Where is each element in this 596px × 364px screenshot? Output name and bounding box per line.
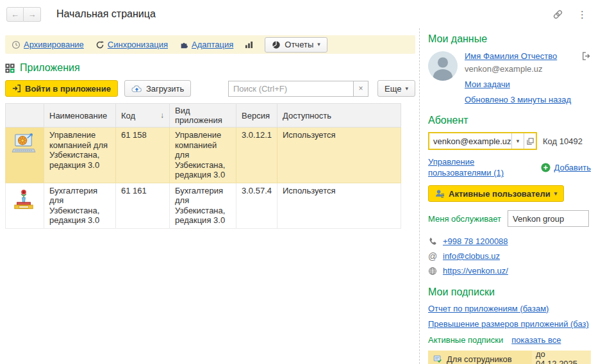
forward-button[interactable]: → xyxy=(24,7,41,22)
puzzle-icon xyxy=(179,40,188,49)
contacts-block: +998 78 1200088 @ info@clobus.uz https:/… xyxy=(428,234,591,278)
enter-app-button[interactable]: Войти в приложение xyxy=(5,80,118,97)
page-title: Начальная страница xyxy=(56,8,156,20)
apps-section-header: Приложения xyxy=(5,60,415,76)
sync-link[interactable]: Синхронизация xyxy=(108,40,168,49)
login-icon xyxy=(12,84,21,93)
back-button[interactable]: ← xyxy=(6,7,24,22)
code-header-label: Код xyxy=(121,111,135,120)
app-cell-availability: Используется xyxy=(277,183,401,228)
app-cell-code: 61 161 xyxy=(116,183,170,228)
main-area: Архивирование Синхронизация Адаптация xyxy=(0,28,596,364)
size-report-link[interactable]: Превышение размеров приложений (баз) xyxy=(428,319,591,329)
accounting-app-icon xyxy=(11,188,38,210)
subscriptions-title: Мои подписки xyxy=(428,286,591,298)
content-area: Архивирование Синхронизация Адаптация xyxy=(0,28,415,364)
grid-icon xyxy=(5,63,15,73)
document-check-icon xyxy=(433,354,442,363)
subscriber-title: Абонент xyxy=(428,115,591,126)
subscription-name-cell: Для сотрудников xyxy=(428,351,532,364)
profile-block: Имя Фамилия Отчество venkon@example.uz М… xyxy=(428,51,591,104)
globe-icon xyxy=(428,267,437,276)
sync-action: Синхронизация xyxy=(95,40,168,49)
logout-icon[interactable] xyxy=(581,51,591,104)
subscriber-combo-value: venkon@example.uz xyxy=(429,133,511,149)
download-button[interactable]: Загрузить xyxy=(124,80,191,97)
more-menu-icon[interactable]: ⋮ xyxy=(577,10,587,19)
table-row[interactable]: Бухгалтерия для Узбекистана, редакция 3.… xyxy=(6,183,401,228)
subscriptions-list: Для сотрудников до 04.12.2025 xyxy=(428,351,591,364)
pie-chart-icon xyxy=(272,40,281,49)
serviced-by-label: Меня обслуживает xyxy=(428,214,501,224)
support-email-link[interactable]: info@clobus.uz xyxy=(443,251,500,261)
updated-link[interactable]: Обновлено 3 минуты назад xyxy=(465,95,579,104)
serviced-by-row: Меня обслуживает xyxy=(428,210,591,227)
bar-chart-icon[interactable] xyxy=(245,40,253,49)
manage-users-link[interactable]: Управление пользователями (1) xyxy=(428,156,526,178)
service-toolbar: Архивирование Синхронизация Адаптация xyxy=(5,35,415,54)
more-actions-button[interactable]: Еще ▾ xyxy=(377,80,415,97)
phone-row: +998 78 1200088 xyxy=(428,234,591,249)
chevron-down-icon: ▾ xyxy=(405,86,408,92)
subscriber-links-row: Управление пользователями (1) Добавить xyxy=(428,156,591,178)
add-group: Добавить xyxy=(541,156,591,178)
search-input[interactable] xyxy=(228,81,354,97)
show-all-link[interactable]: показать все xyxy=(511,335,561,345)
combo-open-icon[interactable] xyxy=(524,133,536,149)
serviced-by-field[interactable] xyxy=(508,210,589,227)
column-header-kind[interactable]: Вид приложения xyxy=(170,104,236,128)
sidebar: Мои данные Имя Фамилия Отчество venkon@e… xyxy=(428,28,591,364)
profile-info: Имя Фамилия Отчество venkon@example.uz М… xyxy=(465,51,579,104)
active-users-button[interactable]: Активные пользователи ▾ xyxy=(428,185,564,202)
refresh-icon xyxy=(95,40,104,49)
my-data-title: Мои данные xyxy=(428,33,591,45)
website-link[interactable]: https://venkon.uz/ xyxy=(443,266,508,276)
combo-dropdown-icon[interactable]: ▾ xyxy=(511,133,524,149)
topbar-actions: ⋮ xyxy=(552,9,587,20)
reports-button-label: Отчеты xyxy=(285,40,313,49)
download-label: Загрузить xyxy=(146,84,184,94)
adaptation-action: Адаптация xyxy=(179,40,233,49)
apps-report-link[interactable]: Отчет по приложениям (базам) xyxy=(428,304,591,313)
phone-icon xyxy=(428,237,437,246)
more-actions-label: Еще xyxy=(385,84,401,94)
column-header-name[interactable]: Наименование xyxy=(44,104,116,128)
table-row[interactable]: Управление компанией для Узбекистана, ре… xyxy=(6,128,401,183)
adaptation-link[interactable]: Адаптация xyxy=(192,40,233,49)
search-box: × xyxy=(228,81,368,97)
history-nav: ← → xyxy=(6,7,41,22)
app-cell-name: Управление компанией для Узбекистана, ре… xyxy=(44,128,116,183)
clock-icon xyxy=(12,40,21,49)
clear-search-icon[interactable]: × xyxy=(354,81,368,97)
cloud-upload-icon xyxy=(131,85,142,93)
chevron-down-icon: ▾ xyxy=(554,191,558,197)
back-arrow-icon: ← xyxy=(11,10,19,19)
user-email: venkon@example.uz xyxy=(465,64,579,74)
get-link-icon[interactable] xyxy=(552,9,563,20)
my-tasks-link[interactable]: Мои задачи xyxy=(465,79,579,89)
reports-button[interactable]: Отчеты ▾ xyxy=(265,37,327,53)
apps-section-title: Приложения xyxy=(20,62,80,74)
column-header-version[interactable]: Версия xyxy=(236,104,277,128)
at-icon: @ xyxy=(428,251,437,261)
management-app-icon xyxy=(11,133,38,154)
user-name-link[interactable]: Имя Фамилия Отчество xyxy=(465,51,557,61)
app-cell-name: Бухгалтерия для Узбекистана, редакция 3.… xyxy=(44,183,116,228)
plus-icon xyxy=(541,163,550,172)
table-header-row: Наименование Код ↓ Вид приложения Версия… xyxy=(6,104,401,128)
column-header-availability[interactable]: Доступность xyxy=(277,104,401,128)
app-cell-icon xyxy=(6,128,44,183)
subscription-until: до 04.12.2025 xyxy=(532,351,591,364)
sort-descending-icon: ↓ xyxy=(160,111,164,120)
column-header-icon[interactable] xyxy=(6,104,44,128)
add-link[interactable]: Добавить xyxy=(554,163,591,172)
subscriber-code: Код 10492 xyxy=(543,136,583,146)
active-users-label: Активные пользователи xyxy=(449,189,550,199)
archive-action: Архивирование xyxy=(12,40,84,49)
archive-link[interactable]: Архивирование xyxy=(24,40,84,49)
list-item[interactable]: Для сотрудников до 04.12.2025 xyxy=(428,351,591,364)
phone-link[interactable]: +998 78 1200088 xyxy=(443,236,508,246)
top-header: ← → Начальная страница ⋮ xyxy=(0,0,596,28)
subscriber-combobox[interactable]: venkon@example.uz ▾ xyxy=(428,132,537,150)
column-header-code[interactable]: Код ↓ xyxy=(116,104,170,128)
